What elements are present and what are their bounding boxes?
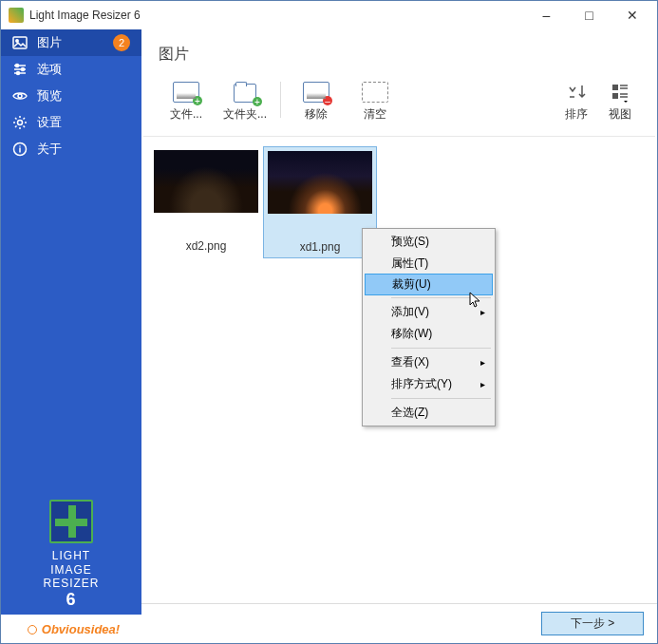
sidebar-item-label: 选项 <box>37 61 62 78</box>
tb-label: 排序 <box>565 106 588 123</box>
sidebar-item-options[interactable]: 选项 <box>1 56 141 83</box>
thumbnail-label: xd2.png <box>186 220 227 253</box>
tb-label: 文件夹... <box>223 106 267 123</box>
sidebar-item-images[interactable]: 图片 2 <box>1 29 141 56</box>
sort-button[interactable]: 排序 <box>555 78 598 126</box>
svg-rect-8 <box>612 85 618 90</box>
maximize-button[interactable]: □ <box>568 1 611 29</box>
sort-icon <box>566 82 587 103</box>
cm-preview[interactable]: 预览(S) <box>365 231 493 253</box>
thumbnail-label: xd1.png <box>300 221 341 254</box>
page-title: 图片 <box>141 29 657 74</box>
file-remove-icon: – <box>303 82 329 103</box>
sliders-icon <box>12 62 28 77</box>
svg-rect-9 <box>612 93 618 99</box>
cm-view[interactable]: 查看(X) <box>365 351 493 373</box>
sidebar-item-label: 预览 <box>37 87 62 104</box>
clear-icon <box>362 82 388 103</box>
tb-label: 文件... <box>170 106 202 123</box>
svg-point-6 <box>18 121 23 125</box>
info-icon <box>12 142 28 157</box>
cm-sort-by[interactable]: 排序方式(Y) <box>365 373 493 395</box>
add-file-button[interactable]: + 文件... <box>157 78 216 126</box>
svg-point-2 <box>16 65 19 67</box>
footer-bar: 下一步 > <box>141 603 657 643</box>
cm-separator <box>391 398 491 399</box>
sidebar-item-settings[interactable]: 设置 <box>1 109 141 136</box>
cm-separator <box>391 297 491 298</box>
sidebar-item-label: 关于 <box>37 141 62 158</box>
bulb-icon <box>23 620 40 637</box>
cm-remove[interactable]: 移除(W) <box>365 323 493 345</box>
toolbar-separator <box>280 82 281 118</box>
app-logo: LIGHT IMAGE RESIZER 6 <box>1 490 141 615</box>
toolbar: + 文件... + 文件夹... – 移除 清空 排序 <box>143 74 655 137</box>
svg-point-3 <box>22 68 25 71</box>
gear-icon <box>12 115 28 130</box>
folder-add-icon: + <box>232 82 258 103</box>
cm-select-all[interactable]: 全选(Z) <box>365 402 493 424</box>
image-icon <box>12 35 28 50</box>
cm-add[interactable]: 添加(V) <box>365 301 493 323</box>
logo-graphic <box>49 500 93 543</box>
thumbnail-image <box>268 151 372 214</box>
remove-button[interactable]: – 移除 <box>287 78 346 126</box>
thumbnail-grid[interactable]: xd2.png xd1.png 预览(S) 属性(T) 裁剪(U) 添加(V) … <box>141 137 657 603</box>
thumbnail-item[interactable]: xd1.png <box>263 146 377 258</box>
thumbnail-image <box>154 150 258 213</box>
svg-point-5 <box>18 94 22 98</box>
view-button[interactable]: 视图 <box>598 78 642 126</box>
logo-text: LIGHT IMAGE RESIZER 6 <box>43 549 99 611</box>
svg-point-1 <box>16 40 18 42</box>
svg-rect-0 <box>13 37 27 48</box>
tb-label: 清空 <box>364 106 386 123</box>
tb-label: 移除 <box>305 106 328 123</box>
sidebar-badge: 2 <box>113 34 130 51</box>
brand-footer[interactable]: Obviousidea! <box>1 615 141 643</box>
window-title: Light Image Resizer 6 <box>29 9 525 22</box>
cm-properties[interactable]: 属性(T) <box>365 253 493 275</box>
close-button[interactable]: ✕ <box>611 1 653 29</box>
view-icon <box>610 82 630 103</box>
brand-text: Obviousidea! <box>42 622 120 636</box>
thumbnail-item[interactable]: xd2.png <box>149 146 263 256</box>
sidebar-item-label: 设置 <box>37 114 62 131</box>
context-menu: 预览(S) 属性(T) 裁剪(U) 添加(V) 移除(W) 查看(X) 排序方式… <box>362 228 496 426</box>
sidebar: 图片 2 选项 预览 设置 关于 LIGHT IMAGE RESIZER 6 <box>1 29 141 643</box>
add-folder-button[interactable]: + 文件夹... <box>216 78 274 126</box>
svg-point-4 <box>17 72 20 75</box>
cm-crop[interactable]: 裁剪(U) <box>365 274 493 295</box>
file-add-icon: + <box>173 82 199 103</box>
sidebar-item-label: 图片 <box>37 34 62 51</box>
sidebar-item-preview[interactable]: 预览 <box>1 83 141 109</box>
next-button[interactable]: 下一步 > <box>541 612 644 635</box>
minimize-button[interactable]: – <box>525 1 568 29</box>
tb-label: 视图 <box>609 106 631 123</box>
app-icon <box>9 8 24 23</box>
cm-separator <box>391 348 491 349</box>
sidebar-item-about[interactable]: 关于 <box>1 136 141 162</box>
clear-button[interactable]: 清空 <box>346 78 404 126</box>
eye-icon <box>12 88 28 104</box>
